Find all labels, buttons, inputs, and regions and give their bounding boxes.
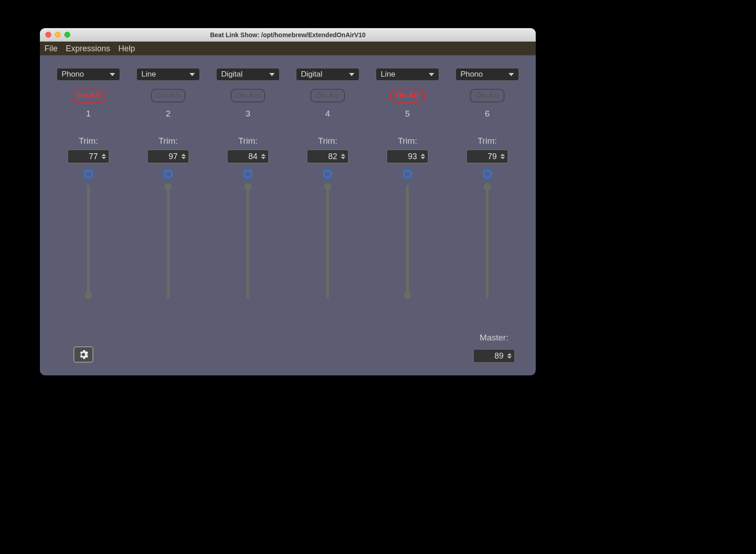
master-spinner[interactable]: 89 xyxy=(473,349,515,363)
trim-label: Trim: xyxy=(398,136,417,146)
source-select[interactable]: Digital xyxy=(296,68,359,81)
trim-spinner[interactable]: 79 xyxy=(466,150,508,163)
source-select[interactable]: Phono xyxy=(456,68,519,81)
minimize-button[interactable] xyxy=(55,32,61,38)
on-air-badge: On Air xyxy=(310,89,344,102)
channel-number: 6 xyxy=(485,109,490,119)
maximize-button[interactable] xyxy=(64,32,70,38)
channel-number: 2 xyxy=(166,109,171,119)
master-block: Master: 89 xyxy=(473,333,515,363)
mixer-panel: PhonoOn Air1Trim:77LineOn Air2Trim:97Dig… xyxy=(40,55,536,375)
trim-label: Trim: xyxy=(478,136,497,146)
fader-thumb[interactable] xyxy=(244,183,252,190)
trim-spinner[interactable]: 77 xyxy=(68,150,109,163)
fader-thumb[interactable] xyxy=(484,183,491,190)
window-title: Beat Link Show: /opt/homebrew/ExtendedOn… xyxy=(40,31,536,39)
channel-number: 1 xyxy=(86,109,91,119)
source-select-label: Digital xyxy=(301,70,322,79)
chevron-down-icon xyxy=(349,73,354,76)
gear-icon xyxy=(78,350,88,360)
source-select[interactable]: Line xyxy=(376,68,439,81)
channel-radio[interactable] xyxy=(243,170,252,179)
source-select-label: Line xyxy=(141,70,156,79)
trim-label: Trim: xyxy=(238,136,258,146)
source-select[interactable]: Phono xyxy=(57,68,120,81)
channel-number: 5 xyxy=(405,109,410,119)
channel-strip: PhonoOn Air1Trim:77 xyxy=(54,68,122,298)
channel-number: 3 xyxy=(246,109,251,119)
channel-strip: DigitalOn Air3Trim:84 xyxy=(214,68,282,298)
chevron-down-icon xyxy=(189,73,195,76)
on-air-badge: On Air xyxy=(390,89,424,102)
titlebar: Beat Link Show: /opt/homebrew/ExtendedOn… xyxy=(40,28,536,42)
chevron-down-icon xyxy=(110,73,115,76)
spinner-arrows-icon xyxy=(507,353,512,359)
spinner-arrows-icon xyxy=(500,154,505,159)
channel-radio[interactable] xyxy=(84,170,93,179)
fader-thumb[interactable] xyxy=(165,183,172,190)
master-label: Master: xyxy=(480,333,508,343)
trim-spinner[interactable]: 82 xyxy=(307,150,349,163)
trim-label: Trim: xyxy=(79,136,98,146)
on-air-badge: On Air xyxy=(231,89,265,102)
channel-strip: PhonoOn Air6Trim:79 xyxy=(453,68,521,298)
fader-track[interactable] xyxy=(167,185,170,298)
master-value: 89 xyxy=(494,351,504,361)
fader-track[interactable] xyxy=(486,185,489,298)
trim-value: 77 xyxy=(89,152,98,161)
trim-value: 79 xyxy=(488,152,497,161)
menu-file[interactable]: File xyxy=(44,44,58,53)
spinner-arrows-icon xyxy=(421,154,425,159)
on-air-badge: On Air xyxy=(71,89,105,102)
trim-label: Trim: xyxy=(159,136,178,146)
bottom-row: Master: 89 xyxy=(54,333,521,366)
menu-help[interactable]: Help xyxy=(118,44,135,53)
on-air-badge: On Air xyxy=(151,89,185,102)
fader-track[interactable] xyxy=(247,185,249,298)
fader-thumb[interactable] xyxy=(324,183,331,190)
chevron-down-icon xyxy=(509,73,514,76)
channel-radio[interactable] xyxy=(164,170,173,179)
spinner-arrows-icon xyxy=(261,154,266,159)
close-button[interactable] xyxy=(45,32,51,38)
trim-spinner[interactable]: 84 xyxy=(227,150,269,163)
fader-thumb[interactable] xyxy=(404,292,411,299)
fader-track[interactable] xyxy=(406,185,409,298)
channel-strip: LineOn Air5Trim:93 xyxy=(373,68,441,298)
chevron-down-icon xyxy=(269,73,275,76)
trim-value: 82 xyxy=(328,152,337,161)
fader-track[interactable] xyxy=(87,185,90,298)
channel-strip: LineOn Air2Trim:97 xyxy=(134,68,202,298)
channel-number: 4 xyxy=(325,109,330,119)
trim-value: 97 xyxy=(169,152,178,161)
channel-radio[interactable] xyxy=(483,170,492,179)
channels-row: PhonoOn Air1Trim:77LineOn Air2Trim:97Dig… xyxy=(54,68,521,298)
chevron-down-icon xyxy=(429,73,434,76)
spinner-arrows-icon xyxy=(341,154,345,159)
source-select-label: Phono xyxy=(460,70,483,79)
source-select-label: Line xyxy=(381,70,395,79)
source-select-label: Phono xyxy=(62,70,84,79)
app-window: Beat Link Show: /opt/homebrew/ExtendedOn… xyxy=(40,28,536,375)
trim-label: Trim: xyxy=(318,136,338,146)
fader-track[interactable] xyxy=(326,185,329,298)
channel-strip: DigitalOn Air4Trim:82 xyxy=(294,68,362,298)
settings-button[interactable] xyxy=(73,346,93,363)
channel-radio[interactable] xyxy=(403,170,412,179)
channel-radio[interactable] xyxy=(323,170,332,179)
menubar: File Expressions Help xyxy=(40,42,536,55)
source-select[interactable]: Line xyxy=(136,68,200,81)
source-select[interactable]: Digital xyxy=(216,68,280,81)
trim-spinner[interactable]: 93 xyxy=(387,150,428,163)
trim-spinner[interactable]: 97 xyxy=(147,150,189,163)
menu-expressions[interactable]: Expressions xyxy=(66,44,110,53)
trim-value: 84 xyxy=(248,152,257,161)
source-select-label: Digital xyxy=(221,70,242,79)
spinner-arrows-icon xyxy=(102,154,106,159)
spinner-arrows-icon xyxy=(181,154,186,159)
fader-thumb[interactable] xyxy=(85,292,92,299)
trim-value: 93 xyxy=(408,152,417,161)
on-air-badge: On Air xyxy=(470,89,504,102)
